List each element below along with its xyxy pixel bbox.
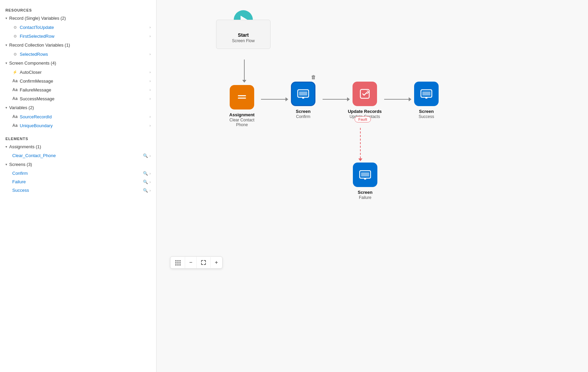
- item-label: SourceRecordId: [20, 114, 52, 119]
- screen-success-label: Screen: [419, 109, 434, 114]
- svg-rect-12: [175, 260, 177, 261]
- svg-rect-7: [422, 91, 430, 96]
- item-label: ContactToUpdate: [20, 25, 54, 30]
- item-label: FirstSelectedRow: [20, 34, 54, 39]
- canvas-toolbar: − +: [170, 256, 223, 269]
- group-screens[interactable]: ▾ Screens (3): [0, 160, 156, 169]
- svg-rect-17: [179, 262, 181, 264]
- record-icon: ⊙: [12, 33, 18, 39]
- screen-confirm-sublabel: Confirm: [296, 114, 310, 119]
- text-icon: Aa: [12, 96, 18, 101]
- sidebar-item-clear-contact-phone[interactable]: Clear_Contact_Phone 🔍 ›: [0, 151, 156, 160]
- fit-button[interactable]: [197, 257, 211, 268]
- item-label: ConfirmMessage: [20, 79, 53, 84]
- screen-failure-icon-box: [353, 163, 377, 187]
- search-icon[interactable]: 🔍: [143, 188, 148, 193]
- arrow-confirm-to-update: [323, 97, 350, 101]
- assignment-icon-box: [230, 85, 254, 109]
- screen-success-node[interactable]: Screen Success: [408, 82, 445, 119]
- chevron-down-icon: ▾: [5, 61, 7, 65]
- assignment-label: Assignment: [229, 112, 255, 117]
- group-screen-components[interactable]: ▾ Screen Components (4): [0, 58, 156, 68]
- zoom-in-button[interactable]: +: [211, 257, 222, 268]
- screen-confirm-label: Screen: [296, 109, 310, 114]
- sidebar-item-failure[interactable]: Failure 🔍 ›: [0, 177, 156, 186]
- group-label: Record Collection Variables (1): [9, 43, 70, 48]
- assignment-node[interactable]: Assignment Clear Contact Phone: [223, 85, 261, 127]
- item-label: Failure: [12, 179, 26, 184]
- svg-rect-15: [177, 262, 179, 264]
- text-icon: Aa: [12, 78, 18, 84]
- sidebar-item-failure-message[interactable]: Aa FailureMessage ›: [0, 85, 156, 94]
- chevron-down-icon: ▾: [5, 145, 7, 149]
- chevron-down-icon: ▾: [5, 43, 7, 47]
- sidebar-item-contact-to-update[interactable]: ⊙ ContactToUpdate ›: [0, 23, 156, 32]
- arrow-start-to-assignment: [242, 60, 246, 83]
- sidebar-item-unique-boundary[interactable]: Aa UniqueBoundary ›: [0, 121, 156, 130]
- chevron-down-icon: ▾: [5, 163, 7, 166]
- assignment-sublabel: Clear Contact Phone: [223, 118, 261, 127]
- record-icon: ⊙: [12, 51, 18, 57]
- chevron-down-icon: ▾: [5, 106, 7, 109]
- sidebar-item-confirm-message[interactable]: Aa ConfirmMessage ›: [0, 77, 156, 85]
- pointer-tool-button[interactable]: [170, 257, 185, 268]
- search-icon[interactable]: 🔍: [143, 153, 148, 158]
- flow-canvas[interactable]: Start Screen Flow Assignment Clear Conta…: [157, 0, 588, 372]
- group-label: Variables (2): [9, 105, 34, 110]
- screen-success-icon-box: [414, 82, 439, 106]
- screen-confirm-node[interactable]: 🗑 Screen Confirm: [284, 82, 322, 119]
- text-icon: Aa: [12, 87, 18, 92]
- flow-diagram: Start Screen Flow Assignment Clear Conta…: [163, 7, 470, 279]
- screen-failure-sublabel: Failure: [359, 195, 372, 200]
- update-records-node[interactable]: Update Records Update Contacts: [346, 82, 383, 119]
- chevron-right-icon: ›: [149, 88, 151, 92]
- assignment-icon: [236, 93, 247, 101]
- screen-icon: [297, 89, 309, 99]
- sidebar-item-success[interactable]: Success 🔍 ›: [0, 186, 156, 195]
- sidebar: RESOURCES ▾ Record (Single) Variables (2…: [0, 0, 157, 372]
- item-label: SelectedRows: [20, 52, 48, 57]
- chevron-right-icon: ›: [149, 154, 151, 158]
- sidebar-item-success-message[interactable]: Aa SuccessMessage ›: [0, 94, 156, 103]
- group-record-collection-vars[interactable]: ▾ Record Collection Variables (1): [0, 40, 156, 50]
- group-variables[interactable]: ▾ Variables (2): [0, 103, 156, 112]
- svg-rect-14: [175, 262, 177, 264]
- start-subtitle: Screen Flow: [225, 38, 262, 43]
- group-record-single-vars[interactable]: ▾ Record (Single) Variables (2): [0, 14, 156, 23]
- item-label: Clear_Contact_Phone: [12, 153, 56, 158]
- chevron-right-icon: ›: [149, 25, 151, 29]
- svg-rect-1: [238, 98, 246, 99]
- chevron-down-icon: ▾: [5, 16, 7, 20]
- screen-failure-node[interactable]: Screen Failure: [346, 163, 384, 200]
- svg-rect-5: [360, 89, 369, 98]
- delete-icon[interactable]: 🗑: [311, 74, 316, 80]
- chevron-right-icon: ›: [149, 97, 151, 101]
- svg-rect-3: [299, 91, 307, 96]
- fault-arrow: [358, 128, 362, 161]
- chevron-right-icon: ›: [149, 123, 151, 128]
- sidebar-item-source-record-id[interactable]: Aa SourceRecordId ›: [0, 112, 156, 121]
- text-icon: Aa: [12, 114, 18, 119]
- group-label: Screen Components (4): [9, 61, 56, 66]
- zoom-out-button[interactable]: −: [185, 257, 197, 268]
- sidebar-item-first-selected-row[interactable]: ⊙ FirstSelectedRow ›: [0, 32, 156, 40]
- group-label: Assignments (1): [9, 144, 41, 149]
- screen-icon: [420, 89, 432, 99]
- item-label: SuccessMessage: [20, 96, 54, 101]
- search-icon[interactable]: 🔍: [143, 171, 148, 176]
- chevron-right-icon: ›: [149, 171, 151, 175]
- group-assignments[interactable]: ▾ Assignments (1): [0, 142, 156, 151]
- start-title: Start: [225, 32, 262, 38]
- start-node[interactable]: Start Screen Flow: [216, 10, 271, 49]
- update-records-icon-box: [353, 82, 377, 106]
- svg-rect-13: [177, 260, 179, 261]
- svg-rect-18: [175, 264, 177, 266]
- sidebar-item-confirm[interactable]: Confirm 🔍 ›: [0, 169, 156, 177]
- search-icon[interactable]: 🔍: [143, 180, 148, 184]
- screen-icon: [359, 170, 371, 180]
- sidebar-item-auto-closer[interactable]: ⚡ AutoCloser ›: [0, 68, 156, 77]
- sidebar-item-selected-rows[interactable]: ⊙ SelectedRows ›: [0, 50, 156, 58]
- screen-confirm-icon-box: [291, 82, 315, 106]
- svg-rect-0: [238, 95, 246, 96]
- arrow-assignment-to-confirm: [261, 97, 288, 101]
